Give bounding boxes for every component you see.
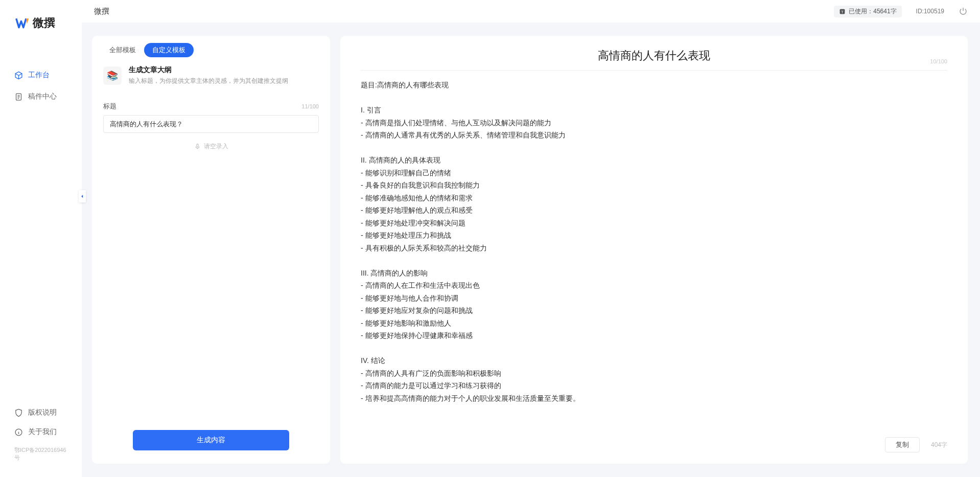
output-title-counter: 10/100 bbox=[930, 58, 947, 64]
cube-icon bbox=[14, 71, 23, 80]
text-icon: T bbox=[839, 8, 846, 15]
title-field-label: 标题 bbox=[103, 102, 116, 111]
chevron-left-icon bbox=[80, 194, 85, 199]
info-icon bbox=[14, 428, 23, 437]
nav-item-drafts[interactable]: 稿件中心 bbox=[0, 88, 82, 105]
form-area: 标题 11/100 请空录入 bbox=[92, 93, 330, 420]
voice-input-button[interactable]: 请空录入 bbox=[103, 133, 319, 151]
user-id: ID:100519 bbox=[916, 8, 944, 15]
topbar: 微撰 T 已使用：45641字 ID:100519 bbox=[82, 0, 980, 22]
template-name: 生成文章大纲 bbox=[129, 65, 288, 75]
sidebar-bottom: 版权说明 关于我们 鄂ICP备2022016946号 bbox=[0, 405, 82, 477]
usage-value: 45641字 bbox=[873, 8, 896, 15]
topbar-right: T 已使用：45641字 ID:100519 bbox=[834, 6, 968, 17]
usage-label: 已使用： bbox=[849, 8, 873, 15]
output-footer: 复制 404字 bbox=[340, 429, 968, 464]
generate-button[interactable]: 生成内容 bbox=[133, 430, 289, 450]
svg-rect-4 bbox=[196, 144, 198, 147]
sidebar-collapse-handle[interactable] bbox=[79, 190, 86, 202]
left-footer: 生成内容 bbox=[92, 420, 330, 464]
usage-badge: T 已使用：45641字 bbox=[834, 6, 901, 17]
tab-custom-templates[interactable]: 自定义模板 bbox=[144, 43, 194, 57]
template-card: 📚 生成文章大纲 输入标题，为你提供文章主体的灵感，并为其创建推文提纲 bbox=[92, 63, 330, 93]
nav-label: 稿件中心 bbox=[28, 92, 57, 101]
shield-icon bbox=[14, 408, 23, 417]
output-panel: 高情商的人有什么表现 10/100 题目:高情商的人有哪些表现 I. 引言 - … bbox=[340, 36, 968, 464]
nav-label: 关于我们 bbox=[28, 427, 57, 437]
content: 全部模板 自定义模板 📚 生成文章大纲 输入标题，为你提供文章主体的灵感，并为其… bbox=[82, 22, 980, 477]
input-panel: 全部模板 自定义模板 📚 生成文章大纲 输入标题，为你提供文章主体的灵感，并为其… bbox=[92, 36, 330, 464]
title-field-counter: 11/100 bbox=[301, 103, 319, 109]
logo-icon bbox=[15, 16, 30, 30]
output-word-count: 404字 bbox=[931, 441, 947, 449]
nav-label: 工作台 bbox=[28, 71, 50, 80]
title-input[interactable] bbox=[103, 115, 319, 133]
tab-all-templates[interactable]: 全部模板 bbox=[101, 43, 144, 57]
nav-item-about[interactable]: 关于我们 bbox=[0, 424, 82, 440]
output-body[interactable]: 题目:高情商的人有哪些表现 I. 引言 - 高情商是指人们处理情绪、与他人互动以… bbox=[340, 71, 968, 429]
power-icon[interactable] bbox=[959, 7, 968, 16]
nav: 工作台 稿件中心 bbox=[0, 41, 82, 405]
nav-label: 版权说明 bbox=[28, 408, 57, 417]
copy-button[interactable]: 复制 bbox=[885, 437, 920, 452]
nav-item-copyright[interactable]: 版权说明 bbox=[0, 405, 82, 420]
output-header: 高情商的人有什么表现 10/100 bbox=[340, 36, 968, 70]
voice-label: 请空录入 bbox=[204, 142, 228, 151]
icp-text: 鄂ICP备2022016946号 bbox=[0, 444, 82, 467]
template-desc: 输入标题，为你提供文章主体的灵感，并为其创建推文提纲 bbox=[129, 77, 288, 85]
template-tabs: 全部模板 自定义模板 bbox=[92, 36, 330, 63]
main-area: 微撰 T 已使用：45641字 ID:100519 全部模板 自定义模板 📚 bbox=[82, 0, 980, 477]
mic-icon bbox=[194, 143, 201, 150]
svg-text:T: T bbox=[842, 9, 844, 14]
brand-name: 微撰 bbox=[33, 15, 55, 31]
nav-item-workbench[interactable]: 工作台 bbox=[0, 66, 82, 84]
page-title: 微撰 bbox=[94, 7, 109, 16]
template-icon: 📚 bbox=[103, 66, 122, 85]
doc-icon bbox=[14, 93, 23, 101]
sidebar: 微撰 工作台 稿件中心 版权说明 关于我们 鄂ICP备2022016946号 bbox=[0, 0, 82, 477]
output-title: 高情商的人有什么表现 bbox=[361, 48, 947, 63]
brand-logo: 微撰 bbox=[0, 0, 82, 41]
